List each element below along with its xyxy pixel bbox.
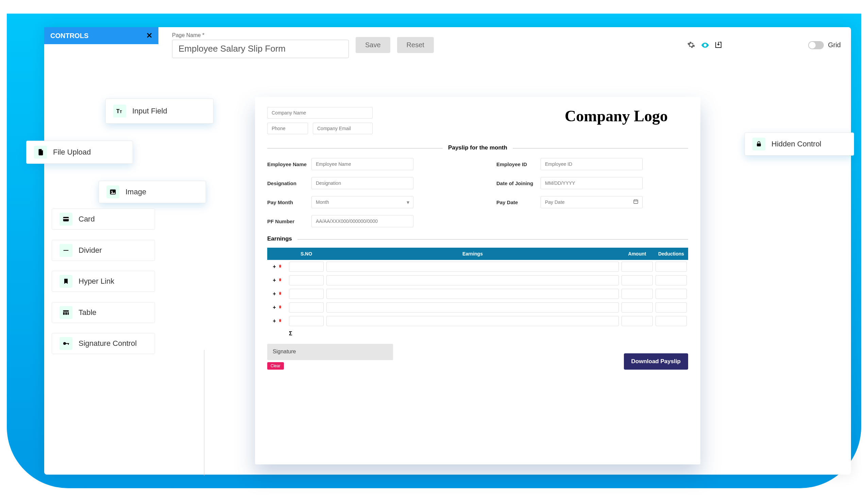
amount-input[interactable]	[621, 316, 653, 326]
control-card-signature[interactable]: Signature Control	[52, 333, 155, 354]
image-icon	[106, 186, 119, 199]
signature-label: Signature	[273, 348, 296, 354]
sno-input[interactable]	[289, 261, 324, 272]
amount-input[interactable]	[621, 261, 653, 272]
add-row-icon[interactable]: +	[273, 291, 276, 296]
table-row: +	[267, 273, 688, 287]
pay-date-label: Pay Date	[496, 200, 540, 205]
gear-icon[interactable]	[687, 41, 696, 50]
file-icon	[34, 146, 47, 159]
sno-input[interactable]	[289, 289, 324, 299]
pf-number-label: PF Number	[267, 219, 312, 224]
eye-icon[interactable]	[701, 41, 710, 50]
phone-input[interactable]	[267, 123, 308, 134]
amount-input[interactable]	[621, 289, 653, 299]
payslip-section-title: Payslip for the month	[443, 144, 513, 151]
sno-input[interactable]	[289, 275, 324, 285]
grid-toggle-label: Grid	[828, 41, 841, 49]
add-row-icon[interactable]: +	[273, 304, 276, 310]
amount-input[interactable]	[621, 302, 653, 312]
pay-month-select[interactable]	[312, 196, 414, 208]
control-card-label: Table	[79, 308, 97, 317]
clear-signature-button[interactable]: Clear	[267, 362, 284, 370]
amount-input[interactable]	[621, 275, 653, 285]
earnings-section-header: Earnings	[267, 236, 688, 243]
trash-icon[interactable]	[278, 291, 282, 296]
control-card-divider[interactable]: Divider	[52, 240, 155, 261]
control-card-file-upload[interactable]: File Upload	[26, 141, 133, 164]
company-name-input[interactable]	[267, 107, 373, 119]
deductions-input[interactable]	[655, 302, 687, 312]
employee-name-input[interactable]	[312, 158, 414, 170]
control-card-label: Card	[79, 215, 95, 224]
sno-input[interactable]	[289, 316, 324, 326]
th-deductions: Deductions	[654, 248, 688, 260]
control-card-input-field[interactable]: TT Input Field	[105, 99, 214, 124]
sigma-label: Σ	[288, 328, 325, 338]
svg-rect-10	[68, 343, 69, 345]
save-button[interactable]: Save	[356, 37, 390, 53]
designation-label: Designation	[267, 181, 312, 186]
table-row: +	[267, 287, 688, 301]
bookmark-icon	[60, 275, 72, 288]
date-of-joining-input[interactable]	[540, 177, 642, 189]
add-row-icon[interactable]: +	[273, 277, 276, 283]
earnings-input[interactable]	[327, 316, 619, 326]
pf-number-input[interactable]	[312, 215, 414, 227]
trash-icon[interactable]	[278, 263, 282, 269]
company-email-input[interactable]	[313, 123, 373, 134]
key-icon	[60, 337, 72, 350]
control-card-hidden[interactable]: Hidden Control	[745, 133, 854, 156]
page-name-input[interactable]	[172, 40, 349, 58]
earnings-section-title: Earnings	[267, 236, 298, 242]
close-icon[interactable]: ✕	[146, 31, 152, 40]
trash-icon[interactable]	[278, 318, 282, 324]
earnings-input[interactable]	[327, 261, 619, 272]
payslip-section-header: Payslip for the month	[267, 144, 688, 152]
employee-name-label: Employee Name	[267, 161, 312, 167]
table-icon	[60, 306, 72, 319]
company-logo-placeholder: Company Logo	[565, 107, 668, 134]
trash-icon[interactable]	[278, 304, 282, 310]
trash-icon[interactable]	[278, 277, 282, 283]
employee-id-input[interactable]	[540, 158, 642, 170]
control-card-table[interactable]: Table	[52, 302, 155, 323]
earnings-input[interactable]	[327, 289, 619, 299]
deductions-input[interactable]	[655, 275, 687, 285]
earnings-input[interactable]	[327, 275, 619, 285]
date-of-joining-label: Date of Joining	[496, 181, 540, 186]
employee-id-label: Employee ID	[496, 161, 540, 167]
svg-point-4	[111, 191, 113, 192]
lock-icon	[752, 138, 765, 151]
deductions-input[interactable]	[655, 261, 687, 272]
svg-rect-7	[64, 250, 69, 251]
controls-panel-header: CONTROLS ✕	[44, 27, 158, 44]
add-row-icon[interactable]: +	[273, 318, 276, 324]
control-card-image[interactable]: Image	[99, 181, 206, 203]
control-card-hyperlink[interactable]: Hyper Link	[52, 271, 155, 292]
controls-panel-title: CONTROLS	[50, 32, 88, 40]
export-icon[interactable]	[714, 41, 723, 50]
pay-month-label: Pay Month	[267, 200, 312, 205]
pay-date-input[interactable]	[540, 196, 642, 208]
reset-button[interactable]: Reset	[397, 37, 434, 53]
text-icon: TT	[113, 105, 126, 118]
table-row: +	[267, 260, 688, 273]
download-payslip-button[interactable]: Download Payslip	[624, 353, 688, 370]
deductions-input[interactable]	[655, 316, 687, 326]
vertical-separator	[204, 350, 204, 476]
earnings-input[interactable]	[327, 302, 619, 312]
svg-text:T: T	[120, 110, 122, 114]
grid-toggle[interactable]	[808, 41, 824, 49]
add-row-icon[interactable]: +	[273, 263, 276, 269]
svg-point-8	[63, 342, 66, 345]
designation-input[interactable]	[312, 177, 414, 189]
deductions-input[interactable]	[655, 289, 687, 299]
sno-input[interactable]	[289, 302, 324, 312]
signature-box[interactable]: Signature	[267, 344, 393, 360]
card-icon	[60, 213, 72, 226]
control-card-card[interactable]: Card	[52, 209, 155, 230]
control-card-label: Hyper Link	[79, 277, 114, 286]
control-card-label: Image	[126, 188, 146, 197]
control-card-label: Input Field	[132, 107, 167, 116]
